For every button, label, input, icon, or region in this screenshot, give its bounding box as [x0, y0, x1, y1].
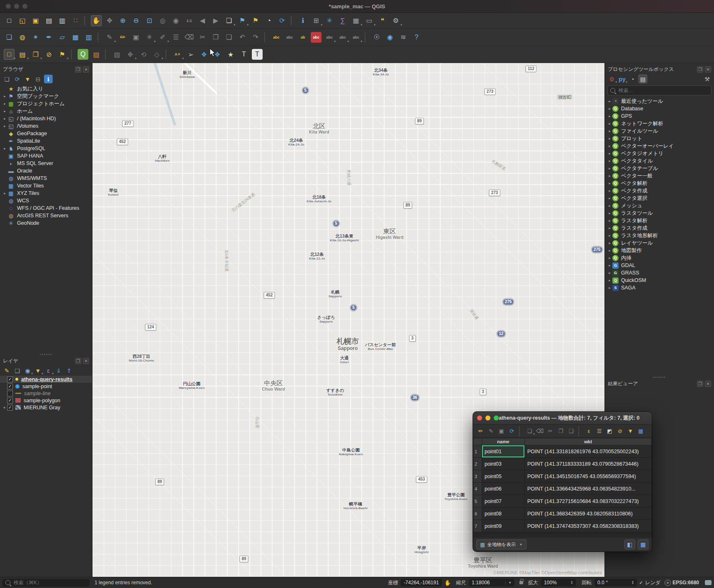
layer-diagram-icon[interactable]: abc	[284, 32, 295, 43]
browser-item-home[interactable]: ▸⌂ホーム	[0, 107, 92, 115]
browser-item-favorites[interactable]: ★お気に入り	[0, 85, 92, 92]
expand-arrow-icon[interactable]: ▸	[607, 196, 612, 200]
browser-filter-icon[interactable]: ▼	[23, 75, 32, 83]
processing-group-recent-tools[interactable]: ▸◔最近使ったツール	[605, 97, 714, 105]
row-number-cell[interactable]: 7	[473, 520, 482, 532]
row-number-cell[interactable]: 4	[473, 483, 482, 495]
options-gear-icon[interactable]: ⚙▾	[390, 15, 401, 26]
processing-group-file-tools[interactable]: ▸Qファイルツール	[605, 127, 714, 135]
add-delimited-text-layer-icon[interactable]: ✒	[44, 32, 54, 43]
zoom-out-icon[interactable]: ⊖	[131, 15, 141, 26]
browser-close-button[interactable]: ✕	[83, 66, 89, 73]
coordinate-field[interactable]: -74264,-106191	[401, 579, 442, 586]
select-features-icon[interactable]: □▾	[4, 49, 15, 60]
expand-arrow-icon[interactable]: ▸	[2, 117, 7, 121]
table-row[interactable]: 5point07POINT (141.372715610684 43.08370…	[473, 495, 652, 508]
table-view-button[interactable]: ▦	[638, 539, 648, 549]
feature-filter-button[interactable]: ▦ 全地物を表示 ▼	[476, 539, 526, 549]
metasearch-plugin-icon[interactable]: ◉	[385, 32, 395, 43]
layout-manager-icon[interactable]: ▥	[57, 15, 68, 26]
processing-options-icon[interactable]: ⚙▾	[607, 75, 616, 83]
add-raster-layer-icon[interactable]: ◍	[17, 32, 28, 43]
expand-arrow-icon[interactable]: ▸	[607, 278, 612, 282]
expand-arrow-icon[interactable]: ▸	[607, 151, 612, 156]
project-save-icon[interactable]: ▣	[30, 15, 41, 26]
identify-features-icon[interactable]: ℹ	[297, 15, 308, 26]
processing-group-vector-overlay[interactable]: ▸Qベクターオーバーレイ	[605, 142, 714, 150]
browser-item-spatialite[interactable]: ✒SpatiaLite	[0, 137, 92, 145]
scale-combobox[interactable]: 1:18006 ▼	[469, 579, 514, 586]
refresh-map-icon[interactable]: ⟳	[277, 15, 288, 26]
attribute-table-titlebar[interactable]: athena-query-results — 地物数合計: 7, フィルタ: 7…	[473, 412, 652, 425]
select-by-value-icon[interactable]: ▤▾	[17, 49, 28, 60]
new-bookmark-icon[interactable]: ⚑▾	[237, 15, 248, 26]
filter-by-expression-icon[interactable]: ε▾	[44, 366, 53, 375]
aw-dock-table-icon[interactable]: ▦	[636, 427, 645, 435]
stepper-arrows-icon[interactable]: ▲▼	[570, 581, 573, 585]
attr-minimize-button[interactable]	[485, 415, 490, 420]
highlight-pinned-labels-icon[interactable]: abc	[311, 32, 322, 43]
pin-labels-icon[interactable]: ab	[297, 32, 308, 43]
vertex-tool-icon[interactable]: ✐▾	[157, 32, 168, 43]
table-row[interactable]: 2point03POINT (141.371183333189 43.07905…	[473, 458, 652, 470]
processing-float-button[interactable]: ❐	[697, 66, 703, 73]
expand-arrow-icon[interactable]: ▸	[607, 136, 612, 141]
layer-item-sample-polygon[interactable]: ✓sample-polygon	[0, 397, 92, 404]
column-header-name[interactable]: name	[482, 438, 525, 445]
clip-tool-icon[interactable]: ▧	[112, 49, 122, 60]
expand-arrow-icon[interactable]: ▸	[607, 256, 612, 260]
processing-search[interactable]	[607, 85, 712, 95]
move-label-icon[interactable]: abc▾	[324, 32, 335, 43]
column-header-wkt[interactable]: wkt	[525, 438, 652, 445]
expand-arrow-icon[interactable]: ▸	[607, 271, 612, 275]
new-map-view-icon[interactable]: ❏▾	[224, 15, 234, 26]
layer-item-athena-query-results[interactable]: ✓athena-query-results	[0, 376, 92, 383]
wkt-cell[interactable]: POINT (141.331818261976 43.0700525002243…	[525, 445, 652, 458]
wkt-cell[interactable]: POINT (141.34515016745 43.0556569377594)	[525, 470, 652, 483]
name-cell[interactable]: point01	[482, 445, 525, 458]
browser-item-oracle[interactable]: ▬Oracle	[0, 167, 92, 175]
expand-arrow-icon[interactable]: ▸	[607, 211, 612, 215]
rotation-field[interactable]: 0.0 ° ▲▼	[595, 579, 637, 586]
processing-group-gdal[interactable]: ▸GGDAL	[605, 262, 714, 269]
project-open-icon[interactable]: ◱	[17, 15, 28, 26]
aw-delete-feature-icon[interactable]: ⌫	[536, 427, 544, 435]
zoom-full-icon[interactable]: ⊡	[144, 15, 155, 26]
results-splitter-handle[interactable]: ••••••	[605, 375, 714, 379]
processing-group-interpolation[interactable]: ▸Q内挿	[605, 254, 714, 262]
stepper-arrows-icon[interactable]: ▲▼	[631, 581, 634, 585]
browser-collapse-all-icon[interactable]: ⊟	[34, 75, 42, 83]
processing-group-gps[interactable]: ▸QGPS	[605, 112, 714, 120]
browser-float-button[interactable]: ❐	[75, 66, 81, 73]
wkt-cell[interactable]: POINT (141.371183333189 43.0790528673446…	[525, 458, 652, 470]
expand-arrow-icon[interactable]: ▸	[607, 219, 612, 223]
expand-arrow-icon[interactable]: ▸	[607, 204, 612, 208]
browser-item-macintosh-hd[interactable]: ▸◱/ (Macintosh HD)	[0, 115, 92, 122]
processing-group-database[interactable]: ▸QDatabase	[605, 105, 714, 112]
wkt-cell[interactable]: POINT (141.372715610684 43.0837032227473…	[525, 495, 652, 508]
processing-close-button[interactable]: ✕	[705, 66, 711, 73]
name-cell[interactable]: point03	[482, 458, 525, 470]
row-number-cell[interactable]: 1	[473, 445, 482, 458]
shape-digitize-icon[interactable]: ◇▾	[151, 49, 162, 60]
aw-select-by-expression-icon[interactable]: ε	[585, 427, 593, 435]
expand-arrow-icon[interactable]: ▸	[607, 107, 612, 111]
new-print-layout-icon[interactable]: ▤	[44, 15, 54, 26]
browser-item-geonode[interactable]: ✳GeoNode	[0, 219, 92, 227]
aw-invert-selection-icon[interactable]: ◩	[605, 427, 614, 435]
redo-icon[interactable]: ↷	[250, 32, 261, 43]
attr-close-button[interactable]	[477, 415, 482, 420]
browser-item-xyz-tiles[interactable]: ▸▦XYZ Tiles	[0, 190, 92, 197]
map-tips-icon[interactable]: ❝	[377, 15, 388, 26]
expand-all-icon[interactable]: ⇓	[54, 366, 63, 375]
table-row[interactable]: 7point09POINT (141.374743537307 43.05823…	[473, 520, 652, 532]
crs-value[interactable]: EPSG:6680	[673, 580, 699, 586]
copy-features-icon[interactable]: ❐	[210, 32, 221, 43]
attr-maximize-button[interactable]	[494, 415, 499, 420]
statusbar-search[interactable]	[2, 579, 90, 587]
paste-features-icon[interactable]: ❑	[224, 32, 234, 43]
expand-arrow-icon[interactable]: ▸	[2, 102, 7, 106]
attribute-table-window[interactable]: athena-query-results — 地物数合計: 7, フィルタ: 7…	[473, 412, 652, 552]
processing-group-saga[interactable]: ▸SSAGA	[605, 284, 714, 292]
add-spatialite-layer-icon[interactable]: ▱	[57, 32, 68, 43]
